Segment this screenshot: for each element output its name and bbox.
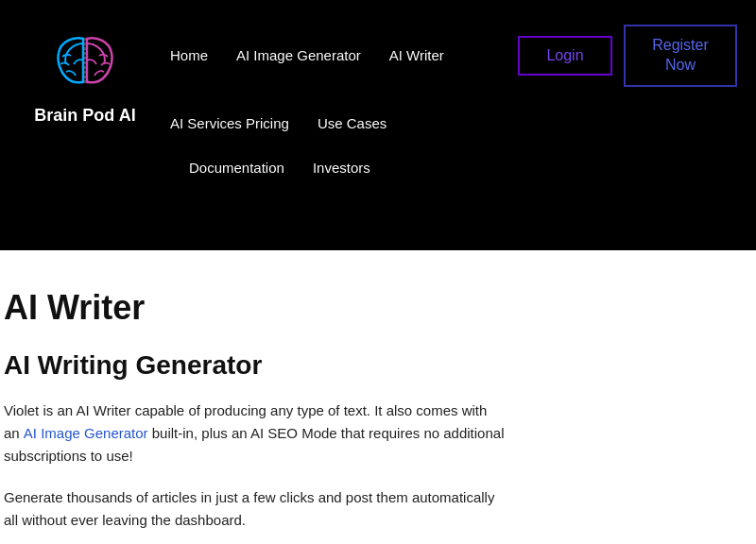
- nav-row-mid: AI Services Pricing Use Cases: [170, 115, 737, 131]
- main-content: AI Writer AI Writing Generator Violet is…: [0, 250, 756, 544]
- description-paragraph-2: Generate thousands of articles in just a…: [4, 486, 505, 532]
- nav-ai-writer[interactable]: AI Writer: [389, 47, 444, 63]
- nav-row-bot: Documentation Investors: [170, 160, 737, 176]
- nav-investors[interactable]: Investors: [313, 160, 370, 176]
- description-paragraph-1: Violet is an AI Writer capable of produc…: [4, 400, 505, 468]
- register-button[interactable]: RegisterNow: [624, 25, 737, 87]
- nav-row-top: Home AI Image Generator AI Writer Login …: [170, 25, 737, 87]
- nav-use-cases[interactable]: Use Cases: [318, 115, 387, 131]
- auth-buttons: Login RegisterNow: [518, 25, 737, 87]
- nav-documentation[interactable]: Documentation: [189, 160, 284, 176]
- brain-logo-icon: [47, 25, 123, 100]
- nav-home[interactable]: Home: [170, 47, 208, 63]
- header: Brain Pod AI Home AI Image Generator AI …: [0, 0, 756, 250]
- ai-image-generator-link[interactable]: AI Image Generator: [24, 425, 148, 441]
- logo-text: Brain Pod AI: [34, 106, 135, 126]
- logo-area: Brain Pod AI: [0, 15, 170, 135]
- login-button[interactable]: Login: [518, 36, 612, 76]
- nav-ai-services-pricing[interactable]: AI Services Pricing: [170, 115, 289, 131]
- section-title: AI Writing Generator: [4, 350, 737, 381]
- nav-top-links: Home AI Image Generator AI Writer: [170, 47, 444, 63]
- nav-area: Home AI Image Generator AI Writer Login …: [170, 15, 737, 176]
- page-title: AI Writer: [4, 288, 737, 328]
- nav-ai-image-generator[interactable]: AI Image Generator: [236, 47, 361, 63]
